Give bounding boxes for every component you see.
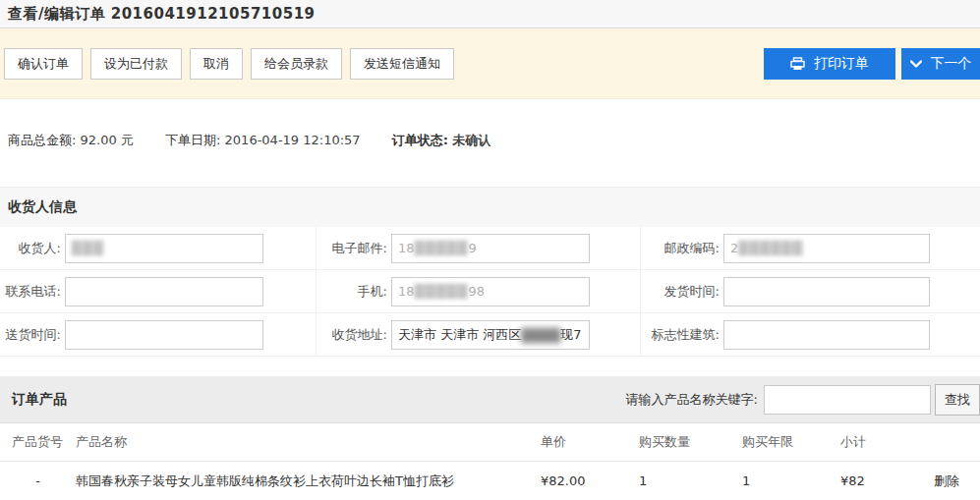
phone-label: 联系电话: xyxy=(0,283,61,301)
order-date: 下单日期: 2016-04-19 12:10:57 xyxy=(165,133,361,147)
order-summary: 商品总金额: 92.00 元 下单日期: 2016-04-19 12:10:57… xyxy=(0,99,980,187)
consignee-masked-value: ███ xyxy=(72,241,104,255)
address-field: 收货地址: 天津市 天津市 河西区████现7 xyxy=(317,313,641,357)
total-amount-value: 92.00 元 xyxy=(81,133,134,147)
address-suffix: 现7 xyxy=(560,326,581,344)
delivery-time-input[interactable] xyxy=(65,320,263,350)
chevron-down-icon xyxy=(910,60,922,68)
cell-sku: - xyxy=(0,473,76,488)
header-sku: 产品货号 xyxy=(0,433,76,451)
mobile-label: 手机: xyxy=(317,283,387,301)
mobile-input[interactable]: 18█████98 xyxy=(391,277,590,306)
page-title: 查看/编辑订单 2016041912105710519 xyxy=(8,5,316,24)
set-paid-button[interactable]: 设为已付款 xyxy=(90,48,182,80)
product-search-label: 请输入产品名称关键字: xyxy=(626,391,758,409)
print-order-button[interactable]: 打印订单 xyxy=(764,48,895,80)
search-button[interactable]: 查找 xyxy=(935,384,980,416)
zipcode-masked-value: ██████ xyxy=(738,241,803,255)
next-order-label: 下一个 xyxy=(931,55,972,73)
ship-time-field: 发货时间: xyxy=(641,270,980,312)
recipient-form: 收货人: ███ 电子邮件: 18█████9 邮政编码: 2██████ 联系… xyxy=(0,227,980,357)
next-order-button[interactable]: 下一个 xyxy=(901,48,980,80)
total-amount: 商品总金额: 92.00 元 xyxy=(8,133,134,147)
products-section-header: 订单产品 请输入产品名称关键字: 查找 xyxy=(0,376,980,423)
delivery-time-field: 送货时间: xyxy=(0,313,317,357)
form-row-1: 收货人: ███ 电子邮件: 18█████9 邮政编码: 2██████ xyxy=(0,227,980,270)
order-status-label: 订单状态: xyxy=(392,133,448,147)
toolbar: 确认订单 设为已付款 取消 给会员录款 发送短信通知 打印订单 下一个 xyxy=(0,28,980,99)
cell-product-name: 韩国春秋亲子装母女儿童韩版纯棉条纹衫上衣荷叶边长袖T恤打底衫 xyxy=(76,472,541,490)
zipcode-input[interactable]: 2██████ xyxy=(723,234,930,263)
printer-icon xyxy=(790,57,805,71)
email-label: 电子邮件: xyxy=(317,240,387,257)
print-order-label: 打印订单 xyxy=(814,55,869,73)
header-years: 购买年限 xyxy=(742,433,840,451)
order-status: 订单状态: 未确认 xyxy=(392,133,490,147)
landmark-field: 标志性建筑: xyxy=(641,313,980,357)
table-row: - 韩国春秋亲子装母女儿童韩版纯棉条纹衫上衣荷叶边长袖T恤打底衫 ¥82.00 … xyxy=(0,462,980,500)
header-price: 单价 xyxy=(541,433,639,451)
delete-link[interactable]: 删除 xyxy=(934,473,959,488)
product-table-header: 产品货号 产品名称 单价 购买数量 购买年限 小计 xyxy=(0,423,980,462)
email-suffix: 9 xyxy=(469,241,477,255)
mobile-masked-value: █████ xyxy=(415,284,469,299)
address-visible-value: 天津市 天津市 河西区 xyxy=(398,326,521,344)
header-qty: 购买数量 xyxy=(639,433,742,451)
mobile-field: 手机: 18█████98 xyxy=(317,270,641,312)
email-input[interactable]: 18█████9 xyxy=(391,234,590,263)
email-masked-value: █████ xyxy=(415,241,469,255)
form-row-3: 送货时间: 收货地址: 天津市 天津市 河西区████现7 标志性建筑: xyxy=(0,313,980,357)
cell-subtotal: ¥82 xyxy=(840,473,934,488)
mobile-prefix: 18 xyxy=(398,284,415,299)
address-masked-value: ████ xyxy=(521,328,560,343)
recipient-section-header: 收货人信息 xyxy=(0,187,980,227)
toolbar-right: 打印订单 下一个 xyxy=(764,48,980,80)
cell-price: ¥82.00 xyxy=(541,473,639,488)
record-member-payment-button[interactable]: 给会员录款 xyxy=(251,48,342,80)
consignee-field: 收货人: ███ xyxy=(0,227,317,269)
ship-time-label: 发货时间: xyxy=(641,283,720,301)
ship-time-input[interactable] xyxy=(723,277,930,306)
cell-years: 1 xyxy=(742,473,840,488)
landmark-input[interactable] xyxy=(723,320,930,350)
product-search-input[interactable] xyxy=(764,385,931,415)
products-section-title: 订单产品 xyxy=(12,391,67,409)
address-input[interactable]: 天津市 天津市 河西区████现7 xyxy=(391,320,590,350)
confirm-order-button[interactable]: 确认订单 xyxy=(4,48,83,80)
order-date-value: 2016-04-19 12:10:57 xyxy=(225,133,361,147)
order-status-value: 未确认 xyxy=(452,133,490,147)
title-bar: 查看/编辑订单 2016041912105710519 xyxy=(0,0,980,28)
email-prefix: 18 xyxy=(398,241,415,255)
order-date-label: 下单日期: xyxy=(165,133,220,147)
header-name: 产品名称 xyxy=(76,433,541,451)
zipcode-field: 邮政编码: 2██████ xyxy=(641,227,980,269)
consignee-label: 收货人: xyxy=(0,240,61,257)
zipcode-label: 邮政编码: xyxy=(641,240,720,257)
total-amount-label: 商品总金额: xyxy=(8,133,76,147)
address-label: 收货地址: xyxy=(317,326,387,344)
mobile-suffix: 98 xyxy=(469,284,486,299)
form-row-2: 联系电话: 手机: 18█████98 发货时间: xyxy=(0,270,980,313)
cell-qty: 1 xyxy=(639,473,742,488)
product-search-group: 请输入产品名称关键字: 查找 xyxy=(626,384,980,416)
send-sms-button[interactable]: 发送短信通知 xyxy=(350,48,454,80)
cancel-button[interactable]: 取消 xyxy=(190,48,243,80)
email-field: 电子邮件: 18█████9 xyxy=(317,227,641,269)
landmark-label: 标志性建筑: xyxy=(641,326,720,344)
recipient-section-title: 收货人信息 xyxy=(8,198,77,216)
header-subtotal: 小计 xyxy=(840,433,934,451)
consignee-input[interactable]: ███ xyxy=(65,234,263,263)
phone-input[interactable] xyxy=(65,277,263,306)
delivery-time-label: 送货时间: xyxy=(0,326,61,344)
section-gap xyxy=(0,357,980,376)
phone-field: 联系电话: xyxy=(0,270,317,312)
